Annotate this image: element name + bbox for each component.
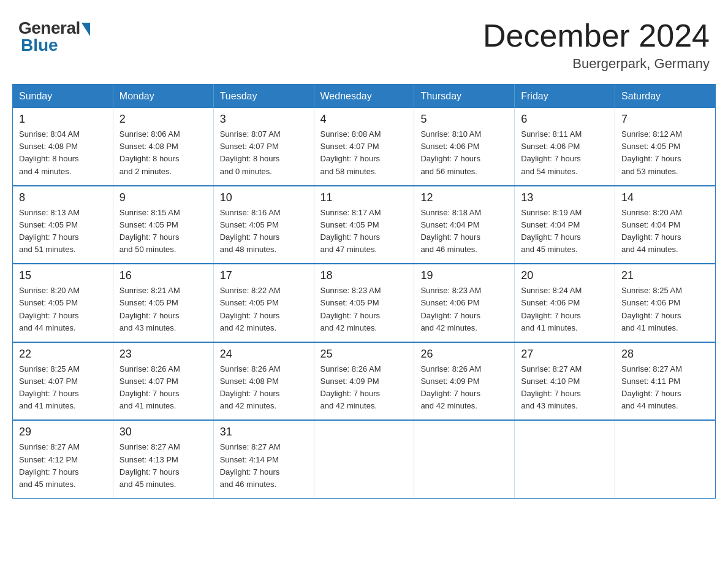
day-number: 13 [521,191,609,204]
calendar-cell: 10Sunrise: 8:16 AM Sunset: 4:05 PM Dayli… [213,186,314,264]
day-info: Sunrise: 8:18 AM Sunset: 4:04 PM Dayligh… [420,207,508,256]
logo: General Blue [18,18,90,55]
calendar-cell [615,420,716,498]
day-number: 27 [521,348,609,361]
day-info: Sunrise: 8:21 AM Sunset: 4:05 PM Dayligh… [119,285,207,334]
day-number: 24 [220,348,308,361]
header-saturday: Saturday [615,85,716,109]
day-info: Sunrise: 8:23 AM Sunset: 4:05 PM Dayligh… [320,285,408,334]
calendar-cell: 5Sunrise: 8:10 AM Sunset: 4:06 PM Daylig… [414,108,515,186]
day-info: Sunrise: 8:27 AM Sunset: 4:14 PM Dayligh… [220,441,308,491]
day-number: 31 [220,426,308,439]
calendar-cell: 3Sunrise: 8:07 AM Sunset: 4:07 PM Daylig… [213,108,314,186]
week-row-4: 22Sunrise: 8:25 AM Sunset: 4:07 PM Dayli… [13,342,716,421]
day-number: 16 [119,269,207,282]
day-number: 22 [19,348,107,361]
calendar-cell: 18Sunrise: 8:23 AM Sunset: 4:05 PM Dayli… [314,264,414,342]
day-info: Sunrise: 8:06 AM Sunset: 4:08 PM Dayligh… [119,128,207,178]
day-number: 26 [420,348,508,361]
day-number: 7 [621,113,709,126]
day-number: 30 [119,426,207,439]
calendar-cell: 25Sunrise: 8:26 AM Sunset: 4:09 PM Dayli… [314,342,414,421]
calendar-cell [414,420,515,498]
calendar-cell [515,420,615,498]
day-info: Sunrise: 8:26 AM Sunset: 4:08 PM Dayligh… [220,363,308,413]
logo-arrow-icon [82,23,90,36]
page-header: General Blue December 2024 Buergerpark, … [12,12,716,72]
location-title: Buergerpark, Germany [483,56,710,72]
day-info: Sunrise: 8:04 AM Sunset: 4:08 PM Dayligh… [19,128,107,178]
day-info: Sunrise: 8:17 AM Sunset: 4:05 PM Dayligh… [320,207,408,256]
calendar-table: Sunday Monday Tuesday Wednesday Thursday… [12,84,716,499]
day-info: Sunrise: 8:16 AM Sunset: 4:05 PM Dayligh… [220,207,308,256]
day-info: Sunrise: 8:13 AM Sunset: 4:05 PM Dayligh… [19,207,107,256]
calendar-cell: 16Sunrise: 8:21 AM Sunset: 4:05 PM Dayli… [113,264,213,342]
day-info: Sunrise: 8:25 AM Sunset: 4:06 PM Dayligh… [621,285,709,334]
day-info: Sunrise: 8:24 AM Sunset: 4:06 PM Dayligh… [521,285,609,334]
calendar-cell: 4Sunrise: 8:08 AM Sunset: 4:07 PM Daylig… [314,108,414,186]
day-number: 19 [420,269,508,282]
calendar-cell: 20Sunrise: 8:24 AM Sunset: 4:06 PM Dayli… [515,264,615,342]
calendar-cell: 21Sunrise: 8:25 AM Sunset: 4:06 PM Dayli… [615,264,716,342]
day-number: 9 [119,191,207,204]
logo-blue-text: Blue [18,36,58,55]
calendar-cell: 1Sunrise: 8:04 AM Sunset: 4:08 PM Daylig… [13,108,113,186]
title-area: December 2024 Buergerpark, Germany [483,18,710,72]
calendar-cell: 26Sunrise: 8:26 AM Sunset: 4:09 PM Dayli… [414,342,515,421]
header-wednesday: Wednesday [314,85,414,109]
day-number: 6 [521,113,609,126]
calendar-cell: 9Sunrise: 8:15 AM Sunset: 4:05 PM Daylig… [113,186,213,264]
calendar-cell: 23Sunrise: 8:26 AM Sunset: 4:07 PM Dayli… [113,342,213,421]
calendar-cell: 6Sunrise: 8:11 AM Sunset: 4:06 PM Daylig… [515,108,615,186]
header-thursday: Thursday [414,85,515,109]
week-row-5: 29Sunrise: 8:27 AM Sunset: 4:12 PM Dayli… [13,420,716,498]
day-info: Sunrise: 8:26 AM Sunset: 4:09 PM Dayligh… [420,363,508,413]
day-info: Sunrise: 8:07 AM Sunset: 4:07 PM Dayligh… [220,128,308,178]
month-title: December 2024 [483,18,710,53]
day-info: Sunrise: 8:20 AM Sunset: 4:05 PM Dayligh… [19,285,107,334]
weekday-header-row: Sunday Monday Tuesday Wednesday Thursday… [13,85,716,109]
day-info: Sunrise: 8:26 AM Sunset: 4:09 PM Dayligh… [320,363,408,413]
day-info: Sunrise: 8:11 AM Sunset: 4:06 PM Dayligh… [521,128,609,178]
day-number: 14 [621,191,709,204]
logo-general-text: General [18,18,80,37]
calendar-cell: 19Sunrise: 8:23 AM Sunset: 4:06 PM Dayli… [414,264,515,342]
calendar-cell: 14Sunrise: 8:20 AM Sunset: 4:04 PM Dayli… [615,186,716,264]
header-friday: Friday [515,85,615,109]
day-number: 11 [320,191,408,204]
day-number: 25 [320,348,408,361]
calendar-cell: 17Sunrise: 8:22 AM Sunset: 4:05 PM Dayli… [213,264,314,342]
day-number: 8 [19,191,107,204]
day-info: Sunrise: 8:23 AM Sunset: 4:06 PM Dayligh… [420,285,508,334]
calendar-cell: 8Sunrise: 8:13 AM Sunset: 4:05 PM Daylig… [13,186,113,264]
day-number: 2 [119,113,207,126]
header-monday: Monday [113,85,213,109]
day-info: Sunrise: 8:26 AM Sunset: 4:07 PM Dayligh… [119,363,207,413]
day-number: 18 [320,269,408,282]
calendar-cell: 15Sunrise: 8:20 AM Sunset: 4:05 PM Dayli… [13,264,113,342]
day-info: Sunrise: 8:27 AM Sunset: 4:11 PM Dayligh… [621,363,709,413]
calendar-cell: 12Sunrise: 8:18 AM Sunset: 4:04 PM Dayli… [414,186,515,264]
day-number: 5 [420,113,508,126]
day-info: Sunrise: 8:27 AM Sunset: 4:13 PM Dayligh… [119,441,207,491]
calendar-cell: 27Sunrise: 8:27 AM Sunset: 4:10 PM Dayli… [515,342,615,421]
day-number: 10 [220,191,308,204]
calendar-cell: 30Sunrise: 8:27 AM Sunset: 4:13 PM Dayli… [113,420,213,498]
day-info: Sunrise: 8:19 AM Sunset: 4:04 PM Dayligh… [521,207,609,256]
calendar-cell: 2Sunrise: 8:06 AM Sunset: 4:08 PM Daylig… [113,108,213,186]
week-row-3: 15Sunrise: 8:20 AM Sunset: 4:05 PM Dayli… [13,264,716,342]
day-info: Sunrise: 8:15 AM Sunset: 4:05 PM Dayligh… [119,207,207,256]
day-number: 20 [521,269,609,282]
calendar-cell: 28Sunrise: 8:27 AM Sunset: 4:11 PM Dayli… [615,342,716,421]
calendar-cell: 11Sunrise: 8:17 AM Sunset: 4:05 PM Dayli… [314,186,414,264]
calendar-cell: 7Sunrise: 8:12 AM Sunset: 4:05 PM Daylig… [615,108,716,186]
day-info: Sunrise: 8:12 AM Sunset: 4:05 PM Dayligh… [621,128,709,178]
day-info: Sunrise: 8:10 AM Sunset: 4:06 PM Dayligh… [420,128,508,178]
day-number: 17 [220,269,308,282]
day-number: 15 [19,269,107,282]
calendar-cell: 13Sunrise: 8:19 AM Sunset: 4:04 PM Dayli… [515,186,615,264]
header-tuesday: Tuesday [213,85,314,109]
day-info: Sunrise: 8:08 AM Sunset: 4:07 PM Dayligh… [320,128,408,178]
day-info: Sunrise: 8:27 AM Sunset: 4:12 PM Dayligh… [19,441,107,491]
day-info: Sunrise: 8:27 AM Sunset: 4:10 PM Dayligh… [521,363,609,413]
